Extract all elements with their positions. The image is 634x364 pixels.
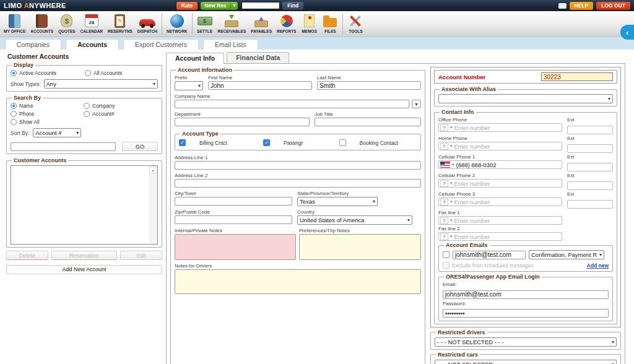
cellular-phone-1-ext-input[interactable] — [567, 163, 613, 171]
cellular-phone-1-input[interactable] — [456, 162, 560, 168]
country-select[interactable]: United States of America▾ — [297, 215, 412, 225]
toolbar-settle[interactable]: $SETTLE — [194, 12, 215, 33]
ores4-email-input[interactable] — [443, 290, 609, 299]
office-phone-input[interactable] — [454, 124, 560, 131]
search-phone-radio[interactable]: Phone — [11, 111, 84, 117]
toolbar-memos[interactable]: MEMOS — [298, 12, 319, 33]
help-button[interactable]: HELP — [570, 2, 594, 10]
office-phone-input-group[interactable]: ? ▾ — [438, 123, 562, 132]
new-res-dropdown-arrow-icon[interactable]: ▾ — [230, 3, 238, 8]
first-name-input[interactable] — [208, 81, 312, 90]
office-phone-ext-input[interactable] — [567, 126, 613, 134]
cellular-phone-3-input[interactable] — [454, 199, 560, 206]
global-search-input[interactable] — [241, 2, 280, 9]
us-flag-icon[interactable] — [440, 162, 450, 168]
cellular-phone-3-ext-input[interactable] — [567, 200, 613, 209]
tab-export-customers[interactable]: Export Customers — [123, 39, 199, 50]
company-name-input[interactable] — [175, 100, 409, 108]
home-phone-input[interactable] — [454, 143, 560, 150]
country-code-selector[interactable]: ? — [440, 180, 448, 187]
exclude-scheduled-checkbox[interactable]: Exclude from scheduled messages — [443, 262, 534, 269]
toolbar-payables[interactable]: PAYABLES — [248, 12, 274, 33]
toolbar-my-office[interactable]: MY OFFICE — [1, 12, 28, 33]
chat-icon[interactable] — [558, 3, 567, 9]
find-button[interactable]: Find — [282, 2, 303, 10]
toolbar-calendar[interactable]: 28CALENDAR — [78, 12, 105, 33]
cellular-phone-2-ext-input[interactable] — [567, 181, 613, 190]
email-select-checkbox[interactable] — [443, 251, 449, 258]
tab-accounts[interactable]: Accounts — [66, 39, 119, 50]
booking-contact-checkbox[interactable]: Booking Contact — [339, 139, 398, 146]
country-code-selector[interactable]: ? — [440, 199, 448, 206]
toolbar-quotes[interactable]: $QUOTES — [56, 12, 77, 33]
address-line-2-input[interactable] — [175, 179, 421, 188]
department-input[interactable] — [175, 118, 310, 126]
city-input[interactable] — [175, 197, 292, 206]
rate-button[interactable]: Rate — [176, 2, 198, 10]
cellular-phone-2-input[interactable] — [454, 180, 560, 187]
toolbar-tools[interactable]: TOOLS — [345, 12, 366, 33]
internal-notes-textarea[interactable] — [175, 234, 296, 260]
search-show-all-radio[interactable]: Show All — [11, 119, 84, 125]
country-code-selector[interactable]: ? — [440, 143, 448, 150]
account-email-input[interactable] — [453, 251, 526, 259]
home-phone-ext-input[interactable] — [567, 144, 613, 153]
company-lookup-dropdown-button[interactable]: ▾ — [412, 100, 421, 108]
passenger-checkbox[interactable]: Passngr — [263, 139, 303, 146]
prefix-select[interactable]: ▾ — [175, 81, 203, 90]
account-search-input[interactable] — [11, 142, 116, 151]
add-new-account-button[interactable]: Add New Account — [6, 265, 162, 274]
toolbar-reports[interactable]: REPORTS — [274, 12, 298, 33]
search-account-number-radio[interactable]: Account# — [84, 111, 158, 117]
job-title-input[interactable] — [315, 118, 421, 126]
address-line-1-input[interactable] — [175, 161, 421, 170]
toolbar-dispatch[interactable]: DISPATCH — [135, 12, 160, 33]
search-name-radio[interactable]: Name — [11, 103, 84, 109]
driver-notes-textarea[interactable] — [175, 269, 421, 294]
tab-companies[interactable]: Companies — [5, 39, 61, 50]
associate-alias-select[interactable]: ▾ — [438, 94, 613, 103]
show-types-select[interactable]: Any▾ — [44, 79, 158, 89]
preferences-notes-textarea[interactable] — [299, 234, 421, 260]
go-button[interactable]: GO — [122, 142, 158, 151]
home-phone-input-group[interactable]: ? ▾ — [438, 142, 562, 150]
ores4-password-input[interactable] — [443, 309, 609, 318]
tab-account-info[interactable]: Account Info — [166, 53, 224, 64]
fax-line-2-input[interactable] — [454, 233, 560, 240]
customer-accounts-listbox[interactable]: ▴ — [11, 165, 158, 245]
logout-button[interactable]: LOG OUT — [596, 2, 630, 10]
scroll-up-icon[interactable]: ▴ — [149, 167, 157, 173]
toolbar-accounts[interactable]: ACCOUNTS — [28, 12, 56, 33]
last-name-input[interactable] — [317, 81, 421, 90]
toolbar-files[interactable]: FILES — [319, 12, 341, 33]
restricted-drivers-select[interactable]: - - - NOT SELECTED - - -▾ — [435, 337, 617, 347]
toolbar-network[interactable]: NETWORK — [164, 12, 190, 33]
active-accounts-radio[interactable]: Active Accounts — [11, 70, 85, 76]
tab-email-lists[interactable]: Email Lists — [203, 39, 258, 50]
restricted-cars-select[interactable]: - - - NOT SELECTED - - -▾ — [435, 360, 617, 364]
country-code-selector[interactable]: ? — [440, 217, 448, 224]
fax-line-1-input-group[interactable]: ? ▾ — [438, 216, 562, 225]
state-select[interactable]: Texas▾ — [297, 197, 378, 206]
delete-button[interactable]: Delete — [6, 251, 48, 260]
email-type-select[interactable]: Confirmation, Payment Re▾ — [529, 250, 604, 259]
listbox-scrollbar[interactable]: ▴ — [149, 167, 157, 243]
toolbar-receivables[interactable]: RECEIVABLES — [215, 12, 249, 33]
account-number-input[interactable] — [541, 72, 613, 81]
new-res-button[interactable]: New Res ▾ — [201, 2, 238, 10]
country-code-selector[interactable]: ? — [440, 124, 448, 131]
tab-financial-data[interactable]: Financial Data — [227, 52, 289, 63]
cellular-phone-3-input-group[interactable]: ? ▾ — [438, 197, 562, 206]
search-company-radio[interactable]: Company — [84, 103, 158, 109]
all-accounts-radio[interactable]: All Accounts — [85, 70, 122, 76]
fax-line-1-input[interactable] — [454, 217, 560, 224]
fax-line-2-input-group[interactable]: ? ▾ — [438, 232, 562, 241]
billing-contact-checkbox[interactable]: Billing Cntct — [179, 139, 227, 146]
toolbar-reservations[interactable]: RESERVTNS — [105, 12, 135, 33]
cellular-phone-2-input-group[interactable]: ? ▾ — [438, 179, 562, 188]
add-new-email-link[interactable]: Add new — [587, 262, 609, 269]
sort-by-select[interactable]: Account #▾ — [33, 128, 81, 137]
collapse-panel-chevron-icon[interactable]: ‹ — [620, 25, 634, 40]
zip-input[interactable] — [175, 215, 292, 224]
edit-button[interactable]: Edit — [120, 251, 162, 260]
